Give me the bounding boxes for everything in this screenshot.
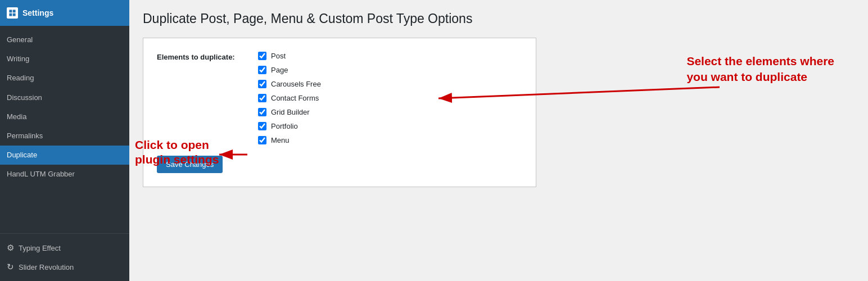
sidebar-item-permalinks[interactable]: Permalinks [0, 126, 129, 146]
elements-table: Elements to duplicate: Post Page Carouse… [157, 52, 522, 144]
sidebar-item-reading[interactable]: Reading [0, 69, 129, 88]
sidebar-item-typing-effect[interactable]: ⚙ Typing Effect [0, 238, 129, 257]
sidebar-item-general[interactable]: General [0, 30, 129, 49]
sidebar-item-media[interactable]: Media [0, 107, 129, 126]
checkbox-contact-forms-input[interactable] [258, 94, 266, 102]
sidebar-item-handl[interactable]: HandL UTM Grabber [0, 165, 129, 184]
page-title: Duplicate Post, Page, Menu & Custom Post… [143, 11, 855, 26]
checkbox-menu[interactable]: Menu [258, 136, 321, 144]
svg-rect-1 [13, 10, 16, 12]
sidebar-nav: General Writing Reading Discussion Media… [0, 26, 129, 233]
sidebar-item-discussion-label: Discussion [7, 93, 42, 103]
checkbox-carousels-free-input[interactable] [258, 80, 266, 88]
sidebar-item-permalinks-label: Permalinks [7, 131, 43, 141]
svg-rect-3 [13, 13, 16, 16]
sidebar-item-writing[interactable]: Writing [0, 49, 129, 69]
sidebar-title: Settings [22, 8, 53, 17]
checkbox-page-input[interactable] [258, 66, 266, 74]
checkbox-contact-forms-label: Contact Forms [271, 94, 319, 102]
sidebar-item-discussion[interactable]: Discussion [0, 88, 129, 107]
sidebar-item-writing-label: Writing [7, 54, 29, 64]
content-wrapper: Duplicate Post, Page, Menu & Custom Post… [129, 0, 868, 281]
svg-rect-2 [9, 13, 12, 16]
sidebar-header: Settings [0, 0, 129, 26]
checkboxes-list: Post Page Carousels Free Contact Forms [258, 52, 321, 144]
checkbox-post-input[interactable] [258, 52, 266, 60]
sidebar-item-handl-label: HandL UTM Grabber [7, 169, 75, 179]
slider-revolution-label: Slider Revolution [19, 263, 74, 271]
sidebar-item-general-label: General [7, 35, 33, 45]
svg-rect-0 [9, 10, 12, 12]
sidebar-item-slider-revolution[interactable]: ↻ Slider Revolution [0, 257, 129, 277]
checkbox-page[interactable]: Page [258, 66, 321, 74]
refresh-icon: ↻ [7, 262, 14, 272]
typing-effect-label: Typing Effect [19, 244, 61, 252]
checkbox-grid-builder-label: Grid Builder [271, 108, 310, 116]
settings-section: Elements to duplicate: Post Page Carouse… [143, 38, 536, 187]
sidebar-item-duplicate-label: Duplicate [7, 150, 37, 160]
wp-icon [7, 7, 18, 19]
checkbox-menu-input[interactable] [258, 136, 266, 144]
checkbox-carousels-free[interactable]: Carousels Free [258, 80, 321, 88]
elements-label: Elements to duplicate: [157, 52, 236, 61]
checkbox-contact-forms[interactable]: Contact Forms [258, 94, 321, 102]
checkbox-grid-builder-input[interactable] [258, 108, 266, 116]
checkbox-menu-label: Menu [271, 136, 290, 144]
checkbox-carousels-free-label: Carousels Free [271, 80, 321, 88]
sidebar-item-media-label: Media [7, 112, 26, 122]
checkbox-post-label: Post [271, 52, 286, 60]
save-changes-button[interactable]: Save Changes [157, 156, 223, 173]
sidebar-item-reading-label: Reading [7, 73, 34, 83]
gear-icon: ⚙ [7, 243, 14, 253]
checkbox-portfolio-label: Portfolio [271, 122, 298, 130]
checkbox-portfolio-input[interactable] [258, 122, 266, 130]
sidebar-item-duplicate[interactable]: Duplicate [0, 146, 129, 165]
checkbox-grid-builder[interactable]: Grid Builder [258, 108, 321, 116]
sidebar-bottom: ⚙ Typing Effect ↻ Slider Revolution [0, 233, 129, 281]
sidebar: Settings General Writing Reading Discuss… [0, 0, 129, 281]
checkbox-post[interactable]: Post [258, 52, 321, 60]
checkbox-page-label: Page [271, 66, 288, 74]
checkbox-portfolio[interactable]: Portfolio [258, 122, 321, 130]
main-content: Duplicate Post, Page, Menu & Custom Post… [129, 0, 868, 198]
